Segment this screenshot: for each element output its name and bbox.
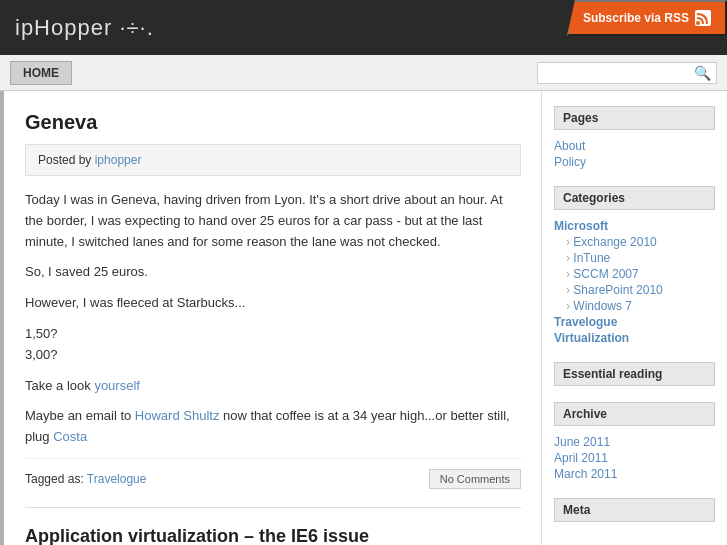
post-ie6: Application virtualization – the IE6 iss… [25, 526, 521, 545]
post2-title: Application virtualization – the IE6 iss… [25, 526, 521, 545]
tagged-label: Tagged as: [25, 472, 87, 486]
site-header: ipHopper ·÷·. Subscribe via RSS [0, 0, 727, 55]
email-text: Maybe an email to [25, 408, 135, 423]
post-title: Geneva [25, 111, 521, 134]
meta-title: Meta [554, 498, 715, 522]
content-wrapper: Geneva Posted by iphopper Today I was in… [0, 91, 542, 545]
post-geneva: Geneva Posted by iphopper Today I was in… [25, 111, 521, 489]
sidebar-subcat-exchange[interactable]: Exchange 2010 [554, 234, 715, 250]
search-bar: 🔍 [537, 62, 717, 84]
sidebar-cat-microsoft[interactable]: Microsoft [554, 218, 715, 234]
post-body-email-para: Maybe an email to Howard Shultz now that… [25, 406, 521, 448]
main-layout: Geneva Posted by iphopper Today I was in… [0, 91, 727, 545]
navbar: HOME 🔍 [0, 55, 727, 91]
post-body: Today I was in Geneva, having driven fro… [25, 190, 521, 448]
howard-link[interactable]: Howard Shultz [135, 408, 220, 423]
sidebar-categories: Categories Microsoft Exchange 2010 InTun… [554, 186, 715, 346]
post-body-para1: Today I was in Geneva, having driven fro… [25, 190, 521, 252]
pages-title: Pages [554, 106, 715, 130]
search-input[interactable] [544, 66, 694, 80]
svg-point-1 [696, 21, 700, 25]
no-comments-button[interactable]: No Comments [429, 469, 521, 489]
categories-title: Categories [554, 186, 715, 210]
post-body-link-para: Take a look yourself [25, 376, 521, 397]
costa-link[interactable]: Costa [53, 429, 87, 444]
sidebar-essential: Essential reading [554, 362, 715, 386]
sidebar-cat-virtualization[interactable]: Virtualization [554, 330, 715, 346]
sidebar-subcat-sccm[interactable]: SCCM 2007 [554, 266, 715, 282]
sidebar-pages: Pages About Policy [554, 106, 715, 170]
sidebar-subcat-windows7[interactable]: Windows 7 [554, 298, 715, 314]
site-title: ipHopper ·÷·. [15, 15, 154, 41]
take-a-look-text: Take a look [25, 378, 94, 393]
sidebar-subcat-sharepoint[interactable]: SharePoint 2010 [554, 282, 715, 298]
sidebar-link-about[interactable]: About [554, 138, 715, 154]
post-body-prices: 1,50?3,00? [25, 324, 521, 366]
subscribe-button[interactable]: Subscribe via RSS [567, 0, 727, 36]
sidebar-cat-travelogue[interactable]: Travelogue [554, 314, 715, 330]
archive-june-2011[interactable]: June 2011 [554, 434, 715, 450]
sidebar-meta: Meta [554, 498, 715, 522]
archive-april-2011[interactable]: April 2011 [554, 450, 715, 466]
archive-march-2011[interactable]: March 2011 [554, 466, 715, 482]
sidebar-archive: Archive June 2011 April 2011 March 2011 [554, 402, 715, 482]
essential-title: Essential reading [554, 362, 715, 386]
archive-title: Archive [554, 402, 715, 426]
left-accent [0, 91, 4, 545]
sidebar-link-policy[interactable]: Policy [554, 154, 715, 170]
post-meta: Posted by iphopper [25, 144, 521, 176]
post-body-para3: However, I was fleeced at Starbucks... [25, 293, 521, 314]
travelogue-tag-link[interactable]: Travelogue [87, 472, 147, 486]
search-icon[interactable]: 🔍 [694, 65, 711, 81]
sidebar-subcat-intune[interactable]: InTune [554, 250, 715, 266]
content-area: Geneva Posted by iphopper Today I was in… [0, 91, 542, 545]
post-footer: Tagged as: Travelogue No Comments [25, 458, 521, 489]
yourself-link[interactable]: yourself [94, 378, 140, 393]
post-tags: Tagged as: Travelogue [25, 472, 146, 486]
home-button[interactable]: HOME [10, 61, 72, 85]
post-divider [25, 507, 521, 508]
rss-icon [695, 10, 711, 26]
sidebar: Pages About Policy Categories Microsoft … [542, 91, 727, 545]
rss-label: Subscribe via RSS [583, 11, 689, 25]
author-link[interactable]: iphopper [95, 153, 142, 167]
posted-by-label: Posted by [38, 153, 95, 167]
post-body-para2: So, I saved 25 euros. [25, 262, 521, 283]
